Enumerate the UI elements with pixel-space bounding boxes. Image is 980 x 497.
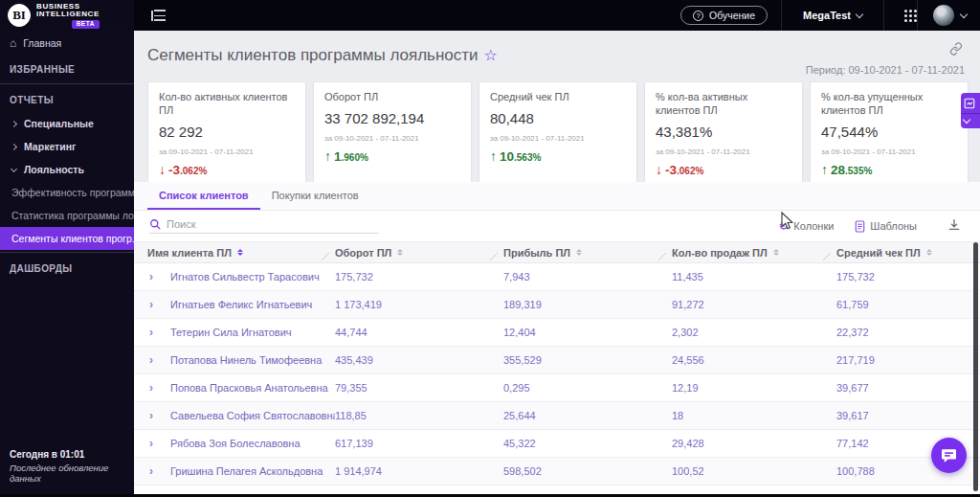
kpi-card-average-check: Средний чек ПЛ 80,448 за 09-10-2021 - 07… [479, 81, 637, 186]
last-update-time: Сегодня в 01:01 [10, 449, 128, 460]
help-icon: ? [693, 11, 703, 21]
favorite-star-icon[interactable]: ☆ [484, 47, 498, 63]
vertical-scrollbar[interactable] [973, 242, 978, 491]
kpi-card-active-clients: Кол-во активных клиентов ПЛ 82 292 за 09… [147, 81, 306, 186]
gear-icon: ⚙ [779, 220, 790, 232]
grid-icon [904, 10, 907, 12]
expand-row-icon[interactable]: › [147, 438, 170, 449]
profile-menu[interactable] [918, 0, 980, 31]
page-title: Сегменты клиентов программы лояльности☆ [147, 46, 498, 76]
chat-button[interactable] [931, 438, 967, 473]
column-header-turnover[interactable]: Оборот ПЛ [335, 242, 503, 262]
column-header-average-check[interactable]: Средний чек ПЛ [836, 242, 980, 262]
table-row[interactable]: › Рябова Зоя Болеславовна 617,139 45,322… [134, 430, 980, 458]
chevron-right-icon [11, 143, 17, 149]
last-update-label: Последнее обновление данных [10, 463, 128, 484]
table-body: › Игнатов Сильвестр Тарасович 175,732 7,… [134, 263, 980, 497]
app-logo: BI BUSINESS INTELLIGENCE BETA [0, 0, 134, 31]
kpi-delta: 1.960% [324, 148, 460, 164]
column-header-sales-count[interactable]: Кол-во продаж ПЛ [672, 242, 836, 262]
download-button[interactable] [946, 216, 963, 237]
sidebar-item-client-segments[interactable]: Сегменты клиентов прогр... [0, 227, 134, 250]
clients-panel: Список клиентов Покупки клиентов ⚙ Колон… [134, 182, 980, 497]
collapse-flyout-button[interactable] [961, 114, 980, 128]
kpi-card-lost-clients-pct: % кол-ва упущенных клиентов ПЛ 47,544% з… [810, 81, 969, 186]
sidebar-section-dashboards: ДАШБОРДЫ [0, 255, 134, 281]
sidebar-section-reports: ОТЧЕТЫ [0, 86, 134, 112]
sort-icon[interactable] [237, 249, 243, 257]
trend-down-icon [656, 162, 662, 177]
column-resize-handle[interactable] [823, 253, 831, 260]
sort-icon[interactable] [926, 249, 932, 257]
trend-up-icon [324, 148, 331, 164]
tab-client-list[interactable]: Список клиентов [147, 182, 260, 210]
main-content: Сегменты клиентов программы лояльности☆ … [134, 31, 980, 497]
table-row[interactable]: › Гришина Пелагея Аскольдовна 1 914,974 … [134, 458, 980, 486]
export-panel-icon [964, 98, 975, 109]
expand-row-icon[interactable]: › [147, 354, 170, 366]
sort-icon[interactable] [397, 249, 403, 257]
chevron-down-icon [856, 10, 863, 17]
search-box[interactable] [149, 218, 379, 234]
menu-toggle-icon[interactable] [151, 10, 166, 21]
apps-grid-button[interactable] [884, 0, 917, 31]
logo-icon: BI [8, 4, 31, 27]
workspace-selector[interactable]: MegaTest [782, 0, 883, 31]
kpi-delta: -3.062% [159, 162, 295, 177]
chevron-down-icon [963, 116, 970, 124]
column-resize-handle[interactable] [322, 253, 329, 260]
search-input[interactable] [167, 218, 358, 230]
expand-row-icon[interactable]: › [147, 327, 170, 338]
sidebar-item-program-effectiveness[interactable]: Эффективность программ... [0, 181, 134, 204]
expand-row-icon[interactable]: › [147, 271, 170, 282]
column-resize-handle[interactable] [658, 253, 666, 260]
expand-row-icon[interactable]: › [147, 410, 170, 421]
table-row[interactable]: › Тетерин Сила Игнатович 44,744 12,404 2… [134, 319, 980, 347]
table-row[interactable]: › Попова Прасковья Анатольевна 79,355 0,… [134, 374, 980, 402]
export-flyout-button[interactable] [961, 93, 980, 114]
table-row[interactable]: › Игнатьев Феликс Игнатьевич 1 173,419 1… [134, 291, 980, 319]
expand-row-icon[interactable]: › [147, 299, 170, 310]
sidebar-item-home[interactable]: ⌂ Главная [0, 31, 134, 56]
avatar [933, 5, 954, 26]
chevron-right-icon [11, 120, 17, 126]
column-header-profit[interactable]: Прибыль ПЛ [503, 242, 672, 262]
beta-badge: BETA [72, 20, 100, 29]
templates-button[interactable]: Шаблоны [855, 220, 917, 233]
template-file-icon [855, 220, 865, 233]
table-row[interactable]: › Потапова Нинель Тимофеевна 435,439 355… [134, 347, 980, 374]
columns-button[interactable]: ⚙ Колонки [779, 220, 835, 232]
sidebar-item-marketing[interactable]: Маркетинг [0, 135, 134, 158]
kpi-delta: 10.563% [490, 148, 626, 164]
column-header-name[interactable]: Имя клиента ПЛ [147, 242, 335, 262]
column-resize-handle[interactable] [490, 253, 498, 260]
link-icon [949, 42, 963, 56]
sidebar: ⌂ Главная ИЗБРАННЫЕ ОТЧЕТЫ Специальные М… [0, 31, 134, 497]
training-button[interactable]: ? Обучение [680, 6, 768, 25]
tab-client-purchases[interactable]: Покупки клиентов [260, 182, 370, 210]
sort-icon[interactable] [576, 249, 582, 257]
tab-bar: Список клиентов Покупки клиентов [134, 182, 980, 211]
chat-bubble-icon [940, 446, 958, 464]
search-icon [149, 218, 161, 230]
table-row[interactable]: › Игнатов Сильвестр Тарасович 175,732 7,… [134, 263, 980, 291]
copy-link-button[interactable] [947, 40, 965, 60]
expand-row-icon[interactable]: › [147, 465, 170, 477]
trend-up-icon [821, 162, 828, 177]
sidebar-item-program-statistics[interactable]: Статистика программы ло... [0, 204, 134, 227]
table-row[interactable]: › Савельева София Святославовна 118,85 2… [134, 402, 980, 430]
trend-down-icon [159, 162, 166, 177]
home-icon: ⌂ [10, 37, 16, 49]
topbar: BI BUSINESS INTELLIGENCE BETA ? Обучение… [0, 0, 980, 31]
sort-icon[interactable] [773, 249, 779, 257]
expand-row-icon[interactable]: › [147, 382, 170, 394]
last-update-info: Сегодня в 01:01 Последнее обновление дан… [10, 449, 128, 484]
kpi-card-turnover: Оборот ПЛ 33 702 892,194 за 09-10-2021 -… [313, 81, 472, 186]
sidebar-section-favorites: ИЗБРАННЫЕ [0, 56, 134, 81]
sidebar-item-loyalty[interactable]: Лояльность [0, 158, 134, 181]
sidebar-item-special[interactable]: Специальные [0, 112, 134, 135]
table-toolbar: ⚙ Колонки Шаблоны [134, 211, 980, 241]
kpi-delta: 28.535% [821, 162, 957, 177]
divider [0, 83, 134, 84]
download-icon [947, 218, 961, 232]
